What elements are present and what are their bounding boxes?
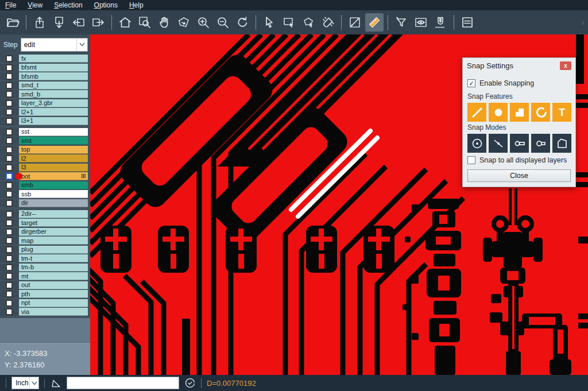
zoom-home-button[interactable]: [116, 13, 134, 32]
layer-visibility-checkbox[interactable]: [6, 118, 13, 125]
layer-row-smt[interactable]: smt: [0, 137, 90, 145]
layer-name-cell[interactable]: dirgerber: [19, 228, 88, 236]
layer-row-map[interactable]: map: [0, 237, 90, 245]
layer-name-cell[interactable]: tm-b: [19, 264, 88, 272]
snap-feature-line-button[interactable]: [467, 103, 486, 122]
layer-visibility-checkbox[interactable]: [6, 64, 13, 71]
layer-visibility-checkbox[interactable]: [6, 137, 13, 144]
layer-visibility-checkbox[interactable]: [6, 109, 13, 115]
layer-name-cell[interactable]: tm-t: [19, 254, 88, 262]
refresh-check-icon[interactable]: [184, 377, 196, 389]
layer-name-cell[interactable]: ssb: [19, 190, 88, 198]
layer-row-plug[interactable]: plug: [0, 246, 90, 254]
select-polygon-button[interactable]: [299, 13, 318, 32]
enable-snapping-checkbox[interactable]: ✓: [467, 79, 475, 87]
layer-name-cell[interactable]: l3: [19, 164, 88, 172]
layer-row-ssb[interactable]: ssb: [0, 190, 90, 198]
snap-mode-trace-end-button[interactable]: [510, 134, 529, 153]
toolbar-overflow-icon[interactable]: ›: [582, 18, 585, 27]
layer-visibility-checkbox[interactable]: [6, 82, 13, 89]
layer-visibility-checkbox[interactable]: [6, 146, 13, 153]
menu-item-view[interactable]: View: [28, 0, 42, 10]
layer-row-top[interactable]: top: [0, 146, 90, 154]
layer-name-cell[interactable]: l3+1: [19, 117, 88, 125]
layer-name-cell[interactable]: l2+1: [19, 108, 88, 116]
layer-visibility-checkbox[interactable]: [6, 155, 13, 162]
snap-all-layers-checkbox[interactable]: [467, 156, 475, 164]
snap-feature-pad-button[interactable]: [489, 103, 508, 122]
layer-row-tm-t[interactable]: tm-t: [0, 254, 90, 262]
pan-hand-button[interactable]: [155, 13, 173, 32]
layer-visibility-checkbox[interactable]: [6, 129, 13, 136]
layer-row-l3[interactable]: l3: [0, 164, 90, 172]
layer-name-cell[interactable]: mt: [19, 272, 88, 280]
chevron-down-icon[interactable]: [76, 38, 87, 51]
snap-feature-text-button[interactable]: T: [552, 103, 571, 122]
layer-visibility-checkbox[interactable]: [6, 73, 13, 80]
layer-name-cell[interactable]: smt: [19, 137, 88, 145]
layer-name-cell[interactable]: target: [19, 219, 88, 227]
step-select[interactable]: edit: [21, 38, 88, 52]
layer-visibility-checkbox[interactable]: [6, 255, 13, 262]
layer-visibility-checkbox[interactable]: [6, 55, 13, 62]
layer-visibility-checkbox[interactable]: [6, 219, 13, 226]
view-options-button[interactable]: [412, 13, 430, 32]
layer-visibility-checkbox[interactable]: [6, 91, 13, 98]
layer-row-bfsmb[interactable]: bfsmb: [0, 72, 90, 80]
menu-item-file[interactable]: File: [5, 0, 16, 10]
snap-mode-center-button[interactable]: [467, 134, 486, 153]
layer-name-cell[interactable]: sst: [19, 128, 88, 136]
menu-item-selection[interactable]: Selection: [54, 0, 82, 10]
layer-row-l2[interactable]: l2: [0, 154, 90, 162]
layer-name-cell[interactable]: bfsmt: [19, 64, 88, 72]
unit-select[interactable]: Inch: [11, 377, 39, 389]
layer-row-smd_t[interactable]: smd_t: [0, 82, 90, 90]
zoom-fit-button[interactable]: [136, 13, 154, 32]
layer-row-dirgerber[interactable]: dirgerber: [0, 228, 90, 236]
measure-distance-button[interactable]: [346, 13, 364, 32]
layer-visibility-checkbox[interactable]: [6, 291, 13, 297]
layer-name-cell[interactable]: via: [19, 308, 88, 316]
layer-visibility-checkbox[interactable]: [6, 200, 13, 207]
zoom-out-button[interactable]: [214, 13, 232, 32]
menu-item-help[interactable]: Help: [129, 0, 144, 10]
layer-row-pth[interactable]: pth: [0, 290, 90, 298]
dialog-title-bar[interactable]: Snap Settings x: [463, 58, 575, 73]
layer-row-fx[interactable]: fx: [0, 55, 90, 63]
layer-row-sst[interactable]: sst: [0, 128, 90, 136]
layer-row-2dir--[interactable]: 2dir--: [0, 210, 90, 218]
layer-visibility-checkbox[interactable]: [6, 211, 13, 218]
layer-name-cell[interactable]: smd_b: [19, 90, 88, 98]
enable-snapping-row[interactable]: ✓ Enable Snapping: [467, 79, 571, 87]
layer-name-cell[interactable]: map: [19, 237, 88, 245]
layer-name-cell[interactable]: fx: [19, 55, 88, 63]
scroll-down-button[interactable]: [50, 13, 68, 32]
layer-properties-button[interactable]: [458, 13, 477, 32]
filter-button[interactable]: [392, 13, 411, 32]
zoom-window-button[interactable]: [175, 13, 193, 32]
snap-feature-surface-button[interactable]: [510, 103, 529, 122]
layer-row-layer_3.gbr[interactable]: layer_3.gbr: [0, 99, 90, 107]
close-button[interactable]: Close: [467, 169, 571, 182]
layer-visibility-checkbox[interactable]: [6, 273, 13, 280]
scroll-right-button[interactable]: [89, 13, 107, 32]
layer-row-bot[interactable]: bot⊞: [0, 172, 90, 180]
menu-item-options[interactable]: Options: [94, 0, 118, 10]
zoom-in-button[interactable]: [194, 13, 212, 32]
layer-row-bfsmt[interactable]: bfsmt: [0, 64, 90, 72]
layer-row-out[interactable]: out: [0, 281, 90, 289]
layer-row-smd_b[interactable]: smd_b: [0, 90, 90, 98]
layer-name-cell[interactable]: bfsmb: [19, 72, 88, 80]
layer-name-cell[interactable]: 2dir--: [19, 210, 88, 218]
zoom-previous-button[interactable]: [233, 13, 252, 32]
layer-name-cell[interactable]: dir: [19, 199, 88, 207]
layer-visibility-checkbox[interactable]: [6, 100, 13, 107]
layer-name-cell[interactable]: top: [19, 146, 88, 154]
layer-visibility-checkbox[interactable]: [6, 237, 13, 244]
select-arrow-button[interactable]: [260, 13, 278, 32]
layer-visibility-checkbox[interactable]: [6, 173, 13, 180]
layer-visibility-checkbox[interactable]: [6, 300, 13, 307]
snap-mode-outline-vertex-button[interactable]: [552, 134, 571, 153]
ruler-button[interactable]: [365, 13, 384, 32]
select-rectangle-button[interactable]: [280, 13, 298, 32]
